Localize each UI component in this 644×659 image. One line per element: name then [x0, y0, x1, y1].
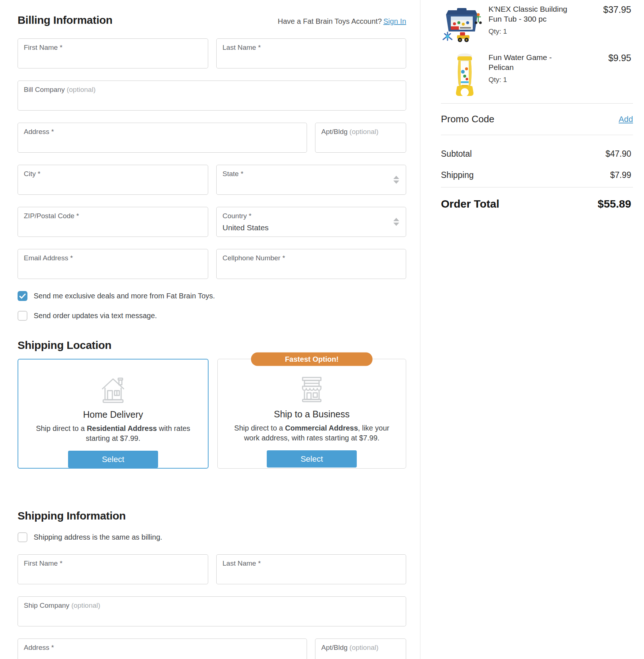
- field-label: Email Address *: [24, 254, 202, 262]
- same-as-billing-checkbox[interactable]: [18, 532, 27, 542]
- shipping-label: Shipping: [441, 170, 474, 180]
- pelican-water-game-product-image: [441, 53, 488, 97]
- billing-last-name-input[interactable]: Last Name *: [216, 38, 406, 68]
- promo-code-row: Promo Code Add: [441, 104, 633, 135]
- card-description: Ship direct to a Commercial Address, lik…: [233, 423, 390, 443]
- checkout-form-column: Billing Information Have a Fat Brain Toy…: [18, 0, 406, 659]
- fastest-option-badge: Fastest Option!: [251, 353, 372, 366]
- field-label: Country *: [222, 212, 400, 220]
- account-prompt: Have a Fat Brain Toys Account? Sign In: [278, 17, 406, 26]
- shipping-location-title: Shipping Location: [18, 339, 406, 351]
- billing-title: Billing Information: [18, 14, 112, 26]
- item-name: K'NEX Classic Building Fun Tub - 300 pc: [488, 4, 578, 24]
- card-name: Home Delivery: [83, 409, 143, 420]
- order-total-row: Order Total $55.89: [441, 198, 633, 210]
- order-total-label: Order Total: [441, 198, 499, 210]
- item-price: $9.95: [608, 53, 633, 63]
- subtotal-row: Subtotal $47.90: [441, 149, 633, 159]
- shipping-apt-input[interactable]: Apt/Bldg (optional): [315, 638, 406, 659]
- deals-optin-label: Send me exclusive deals and more from Fa…: [34, 292, 215, 300]
- field-label: First Name *: [24, 559, 202, 567]
- same-as-billing-label: Shipping address is the same as billing.: [34, 533, 162, 541]
- item-info: Fun Water Game - Pelican Qty: 1: [488, 53, 608, 84]
- home-delivery-card[interactable]: Home Delivery Ship direct to a Residenti…: [18, 359, 209, 469]
- checkmark-icon: [19, 294, 26, 299]
- deals-optin-checkbox[interactable]: [18, 291, 27, 301]
- subtotal-label: Subtotal: [441, 149, 472, 159]
- sidebar-divider: [420, 0, 420, 659]
- text-updates-checkbox[interactable]: [18, 311, 27, 321]
- shipping-value: $7.99: [610, 170, 633, 180]
- card-description: Ship direct to a Residential Address wit…: [34, 424, 192, 443]
- billing-city-input[interactable]: City *: [18, 165, 208, 195]
- shipping-info-title: Shipping Information: [18, 510, 406, 522]
- account-prompt-text: Have a Fat Brain Toys Account?: [278, 17, 382, 25]
- house-icon: [99, 373, 127, 404]
- ship-to-business-select-button[interactable]: Select: [267, 450, 357, 468]
- field-label: Address *: [24, 644, 301, 652]
- field-label: Last Name *: [222, 44, 400, 52]
- billing-company-input[interactable]: Bill Company (optional): [18, 81, 406, 111]
- order-total-value: $55.89: [598, 198, 633, 210]
- shipping-location-cards: Home Delivery Ship direct to a Residenti…: [18, 359, 406, 469]
- billing-apt-input[interactable]: Apt/Bldg (optional): [315, 123, 406, 153]
- billing-cellphone-input[interactable]: Cellphone Number *: [216, 249, 406, 279]
- field-label: Address *: [24, 128, 301, 136]
- card-name: Ship to a Business: [274, 409, 349, 420]
- ship-to-business-card[interactable]: Fastest Option! Ship to a Business Ship: [217, 359, 406, 469]
- checkout-page: Billing Information Have a Fat Brain Toy…: [0, 0, 644, 659]
- field-label: Ship Company (optional): [24, 602, 400, 610]
- summary-divider: [441, 187, 633, 187]
- storefront-icon: [297, 372, 326, 404]
- item-name: Fun Water Game - Pelican: [488, 53, 578, 72]
- shipping-first-name-input[interactable]: First Name *: [18, 554, 208, 584]
- shipping-company-input[interactable]: Ship Company (optional): [18, 596, 406, 626]
- home-delivery-select-button[interactable]: Select: [68, 451, 158, 468]
- billing-address-input[interactable]: Address *: [18, 123, 307, 153]
- field-label: Last Name *: [222, 559, 400, 567]
- field-label: Apt/Bldg (optional): [321, 128, 400, 136]
- cart-item: Fun Water Game - Pelican Qty: 1 $9.95: [441, 53, 633, 97]
- cart-item: K'NEX Classic Building Fun Tub - 300 pc …: [441, 4, 633, 44]
- same-as-billing-row: Shipping address is the same as billing.: [18, 532, 406, 542]
- promo-add-link[interactable]: Add: [619, 115, 633, 124]
- item-qty: Qty: 1: [488, 27, 603, 36]
- field-label: Cellphone Number *: [222, 254, 400, 262]
- promo-code-label: Promo Code: [441, 113, 494, 125]
- deals-optin-row: Send me exclusive deals and more from Fa…: [18, 291, 406, 301]
- billing-email-input[interactable]: Email Address *: [18, 249, 208, 279]
- billing-first-name-input[interactable]: First Name *: [18, 38, 208, 68]
- billing-state-select[interactable]: State *: [216, 165, 406, 195]
- item-qty: Qty: 1: [488, 76, 608, 84]
- field-label: State *: [222, 170, 400, 178]
- billing-zip-input[interactable]: ZIP/Postal Code *: [18, 207, 208, 237]
- sign-in-link[interactable]: Sign In: [383, 17, 406, 25]
- billing-country-select[interactable]: Country * United States: [216, 207, 406, 237]
- field-label: City *: [24, 170, 202, 178]
- order-summary: K'NEX Classic Building Fun Tub - 300 pc …: [441, 0, 633, 210]
- field-label: Apt/Bldg (optional): [321, 644, 400, 652]
- field-label: First Name *: [24, 44, 202, 52]
- field-label: Bill Company (optional): [24, 86, 400, 94]
- billing-header: Billing Information Have a Fat Brain Toy…: [18, 14, 406, 26]
- shipping-row: Shipping $7.99: [441, 170, 633, 187]
- item-price: $37.95: [603, 4, 633, 15]
- field-label: ZIP/Postal Code *: [24, 212, 202, 220]
- select-arrows-icon: [393, 176, 399, 184]
- knex-tub-product-image: [441, 4, 488, 44]
- totals-block: Subtotal $47.90 Shipping $7.99 Order Tot…: [441, 135, 633, 210]
- select-arrows-icon: [393, 218, 399, 226]
- country-selected-value: United States: [222, 223, 400, 232]
- text-updates-row: Send order updates via text message.: [18, 311, 406, 321]
- subtotal-value: $47.90: [606, 149, 633, 159]
- text-updates-label: Send order updates via text message.: [34, 312, 157, 320]
- shipping-last-name-input[interactable]: Last Name *: [216, 554, 406, 584]
- item-info: K'NEX Classic Building Fun Tub - 300 pc …: [488, 4, 603, 36]
- shipping-address-input[interactable]: Address *: [18, 638, 307, 659]
